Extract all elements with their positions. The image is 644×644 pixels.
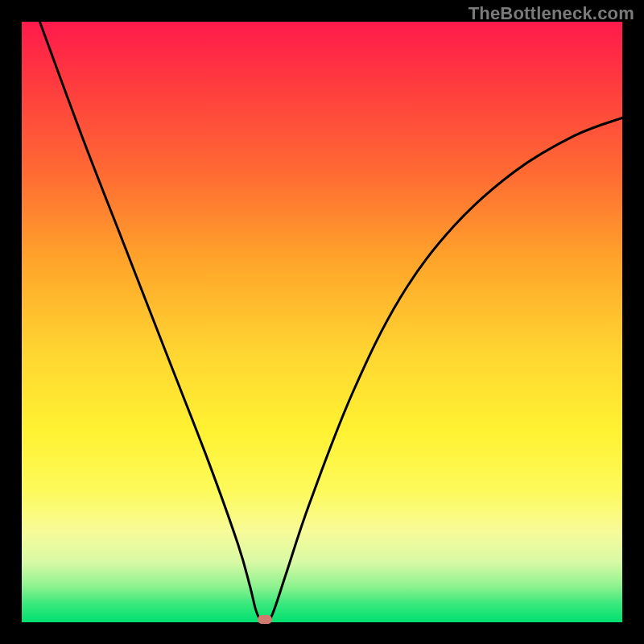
optimum-marker bbox=[258, 615, 272, 624]
chart-frame: TheBottleneck.com bbox=[0, 0, 644, 644]
watermark-text: TheBottleneck.com bbox=[469, 3, 634, 24]
bottleneck-curve bbox=[22, 22, 622, 622]
curve-path bbox=[39, 22, 622, 622]
plot-area bbox=[22, 22, 622, 622]
